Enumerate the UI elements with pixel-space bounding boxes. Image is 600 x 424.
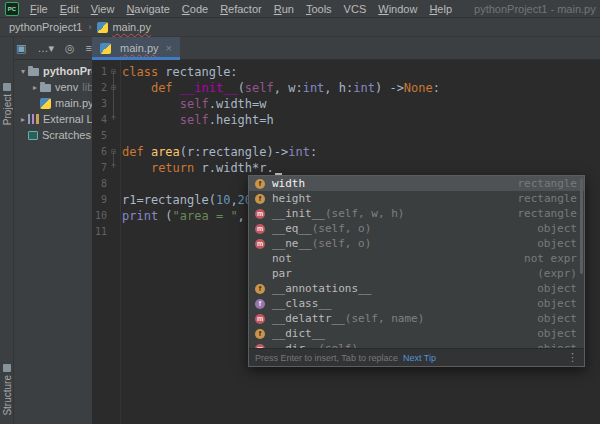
fold-marker-icon[interactable]: ^ [108,112,119,128]
completion-label: __init__ [272,207,325,220]
project-view-icon[interactable]: ▣ [16,37,26,59]
completion-label: par [272,267,292,280]
project-panel-toolbar: ▣…▾◎≡ [16,37,92,59]
tab-main-py[interactable]: main.py × [92,37,180,59]
kebab-menu-icon[interactable]: ⋮ [567,351,578,364]
code-line-6[interactable]: 6⊟def area(r:rectangle)->int: [92,144,600,160]
popup-scrollbar[interactable] [580,178,583,274]
line-number: 6 [92,144,107,160]
menu-help[interactable]: Help [423,3,458,15]
chevron-expanded-icon[interactable]: ▾ [18,67,28,76]
breadcrumb-project[interactable]: pythonProject1 [9,21,82,33]
completion-type: object [529,342,577,348]
completion-type: rectangle [509,177,577,190]
tool-window-structure[interactable]: Structure [0,364,14,416]
code-text: self.width=w [122,96,267,112]
line-number: 8 [92,176,107,192]
tree-item-label: pythonProject1 [43,65,92,77]
menu-window[interactable]: Window [372,3,423,15]
completion-type: not expr [516,252,577,265]
completion-row-dict[interactable]: f__dict__object [249,326,584,341]
tree-item-external-libraries[interactable]: ▸External Libraries [14,111,92,127]
editor-tab-bar: main.py × [92,37,600,59]
fold-marker-icon[interactable]: ⊟ [108,144,119,160]
completion-row-delattr[interactable]: m__delattr__(self, name)object [249,311,584,326]
libraries-icon [28,114,39,124]
completion-signature: (self, w, h) [325,207,404,220]
completion-row-width[interactable]: fwidthrectangle [249,176,584,191]
tree-item-main-py[interactable]: main.py [14,95,92,111]
code-line-5[interactable]: 5 [92,128,600,144]
project-stripe-label: Project [2,94,13,125]
text-caret [275,161,282,175]
python-file-icon [40,98,51,109]
code-line-7[interactable]: 7^ return r.width*r. [92,160,600,176]
menu-run[interactable]: Run [268,3,300,15]
fold-marker-icon[interactable]: ^ [108,160,119,176]
completion-type: rectangle [509,207,577,220]
code-text: self.height=h [122,112,274,128]
menu-refactor[interactable]: Refactor [214,3,268,15]
line-number: 10 [92,208,107,224]
pycharm-window: PC FileEditViewNavigateCodeRefactorRunTo… [0,0,600,424]
property-icon: f [255,299,265,309]
footer-hint: Press Enter to insert, Tab to replace [255,353,398,363]
autocomplete-rows: fwidthrectanglefheightrectanglem__init__… [249,176,584,348]
completion-row-annotations[interactable]: f__annotations__object [249,281,584,296]
menu-vcs[interactable]: VCS [338,3,373,15]
completion-row-class[interactable]: f__class__object [249,296,584,311]
completion-row-eq[interactable]: m__eq__(self, o)object [249,221,584,236]
menu-tools[interactable]: Tools [300,3,338,15]
tree-item-scratches-and-consoles[interactable]: Scratches and Consoles [14,127,92,143]
breadcrumb-file[interactable]: main.py [112,21,151,33]
more-options-icon[interactable]: …▾ [37,37,54,59]
code-line-4[interactable]: 4^ self.height=h [92,112,600,128]
menu-navigate[interactable]: Navigate [120,3,175,15]
code-line-3[interactable]: 3 self.width=w [92,96,600,112]
tab-close-icon[interactable]: × [166,42,172,54]
menu-code[interactable]: Code [176,3,214,15]
completion-row-par[interactable]: par(expr) [249,266,584,281]
structure-stripe-label: Structure [2,375,13,416]
next-tip-link[interactable]: Next Tip [403,353,436,363]
code-text: class rectangle: [122,64,238,80]
python-file-icon [100,43,111,54]
completion-row-dir[interactable]: m__dir__(self)object [249,341,584,348]
chevron-collapsed-icon[interactable]: ▸ [30,83,40,92]
collapse-all-icon[interactable]: ≡ [86,37,92,59]
completion-type: object [529,282,577,295]
tool-window-stripe: Project Structure [0,37,14,424]
completion-type: object [529,222,577,235]
completion-row-ne[interactable]: m__ne__(self, o)object [249,236,584,251]
field-icon: f [255,284,265,294]
menu-file[interactable]: File [24,3,54,15]
fold-marker-icon[interactable]: ⊟ [108,80,119,96]
tree-item-venv[interactable]: ▸venvlibrary root [14,79,92,95]
completion-label: not [272,252,292,265]
pycharm-logo-icon: PC [5,2,19,16]
tool-window-project[interactable]: Project [0,83,14,125]
completion-label: __dir__ [272,342,318,348]
completion-signature: (self, o) [312,222,372,235]
scratches-icon [28,131,38,140]
tree-item-label: Scratches and Consoles [42,129,92,141]
field-icon: f [255,194,265,204]
code-line-2[interactable]: 2⊟ def __init__(self, w:int, h:int) ->No… [92,80,600,96]
locate-file-icon[interactable]: ◎ [65,37,75,59]
code-line-1[interactable]: 1⊟class rectangle: [92,64,600,80]
menu-items: FileEditViewNavigateCodeRefactorRunTools… [24,3,458,15]
tree-item-pythonproject1[interactable]: ▾pythonProject1 [14,63,92,79]
menu-view[interactable]: View [85,3,121,15]
completion-label: __ne__ [272,237,312,250]
toolbar-tab-row: ▣…▾◎≡ main.py × [0,37,600,60]
completion-row-init[interactable]: m__init__(self, w, h)rectangle [249,206,584,221]
completion-row-height[interactable]: fheightrectangle [249,191,584,206]
structure-tool-icon [3,364,11,372]
chevron-collapsed-icon[interactable]: ▸ [18,115,28,124]
menu-edit[interactable]: Edit [54,3,85,15]
completion-type: rectangle [509,192,577,205]
fold-marker-icon[interactable]: ⊟ [108,64,119,80]
line-number: 2 [92,80,107,96]
completion-row-not[interactable]: notnot expr [249,251,584,266]
completion-label: __annotations__ [272,282,371,295]
